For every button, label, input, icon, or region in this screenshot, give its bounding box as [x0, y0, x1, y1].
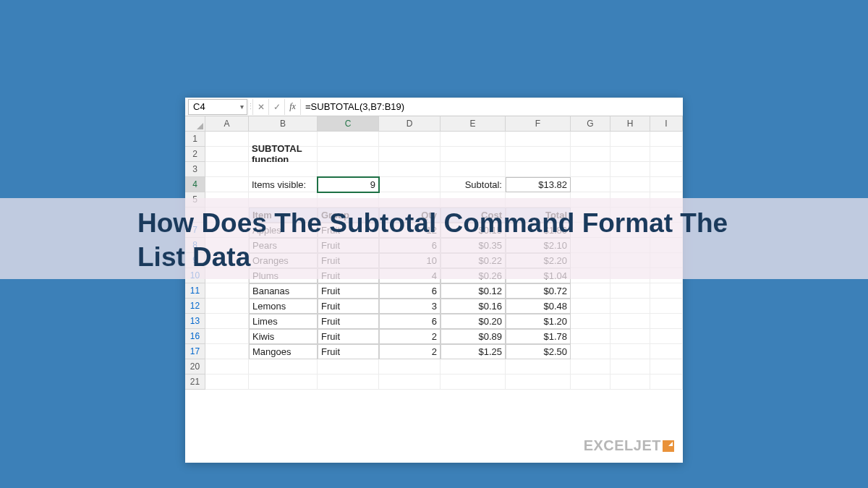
cell-F2[interactable] [506, 147, 571, 162]
cell-H12[interactable] [610, 299, 650, 314]
cell-H4[interactable] [610, 177, 650, 192]
cell-G13[interactable] [571, 314, 610, 329]
cell-I11[interactable] [650, 283, 683, 299]
cell-I13[interactable] [650, 314, 683, 329]
cell-B16[interactable]: Kiwis [249, 329, 318, 344]
column-header-I[interactable]: I [650, 116, 683, 132]
row-header-3[interactable]: 3 [185, 162, 205, 177]
cell-D4[interactable] [379, 177, 441, 192]
cell-C13[interactable]: Fruit [318, 314, 379, 329]
cell-B4[interactable]: Items visible: [249, 177, 318, 192]
column-header-A[interactable]: A [205, 116, 249, 132]
cell-G4[interactable] [571, 177, 610, 192]
column-header-H[interactable]: H [610, 116, 650, 132]
cell-H11[interactable] [610, 283, 650, 299]
cell-G16[interactable] [571, 329, 610, 344]
cell-B13[interactable]: Limes [249, 314, 318, 329]
column-header-G[interactable]: G [571, 116, 610, 132]
row-header-12[interactable]: 12 [185, 299, 205, 314]
cell-F12[interactable]: $0.48 [506, 299, 571, 314]
cell-E13[interactable]: $0.20 [441, 314, 506, 329]
column-header-F[interactable]: F [506, 116, 571, 132]
cell-F17[interactable]: $2.50 [506, 344, 571, 359]
cell-A1[interactable] [205, 132, 249, 147]
fx-icon[interactable]: fx [285, 99, 301, 115]
cell-G1[interactable] [571, 132, 610, 147]
cell-G11[interactable] [571, 283, 610, 299]
cell-C11[interactable]: Fruit [318, 283, 379, 299]
cell-H1[interactable] [610, 132, 650, 147]
cell-F4[interactable]: $13.82 [506, 177, 571, 192]
cell-F16[interactable]: $1.78 [506, 329, 571, 344]
cell-E21[interactable] [441, 374, 506, 390]
cell-H2[interactable] [610, 147, 650, 162]
row-header-4[interactable]: 4 [185, 177, 205, 192]
cell-I1[interactable] [650, 132, 683, 147]
cell-A2[interactable] [205, 147, 249, 162]
cell-G21[interactable] [571, 374, 610, 390]
cell-E1[interactable] [441, 132, 506, 147]
cell-B11[interactable]: Bananas [249, 283, 318, 299]
cell-E20[interactable] [441, 359, 506, 374]
cell-I4[interactable] [650, 177, 683, 192]
cell-I2[interactable] [650, 147, 683, 162]
cell-B20[interactable] [249, 359, 318, 374]
cell-A4[interactable] [205, 177, 249, 192]
cell-G20[interactable] [571, 359, 610, 374]
cell-A17[interactable] [205, 344, 249, 359]
cell-H21[interactable] [610, 374, 650, 390]
cell-E2[interactable] [441, 147, 506, 162]
cell-C1[interactable] [318, 132, 379, 147]
cell-H13[interactable] [610, 314, 650, 329]
cell-B2[interactable]: SUBTOTAL function [249, 147, 318, 162]
cell-C17[interactable]: Fruit [318, 344, 379, 359]
select-all-corner[interactable] [185, 116, 205, 132]
cell-I16[interactable] [650, 329, 683, 344]
row-header-1[interactable]: 1 [185, 132, 205, 147]
cell-C2[interactable] [318, 147, 379, 162]
cell-E3[interactable] [441, 162, 506, 177]
cell-E17[interactable]: $1.25 [441, 344, 506, 359]
cell-C21[interactable] [318, 374, 379, 390]
cell-E12[interactable]: $0.16 [441, 299, 506, 314]
column-header-D[interactable]: D [379, 116, 441, 132]
cell-E11[interactable]: $0.12 [441, 283, 506, 299]
cell-F20[interactable] [506, 359, 571, 374]
cell-D20[interactable] [379, 359, 441, 374]
row-header-20[interactable]: 20 [185, 359, 205, 374]
cell-B21[interactable] [249, 374, 318, 390]
cell-H17[interactable] [610, 344, 650, 359]
cell-A20[interactable] [205, 359, 249, 374]
cell-F21[interactable] [506, 374, 571, 390]
row-header-17[interactable]: 17 [185, 344, 205, 359]
row-header-13[interactable]: 13 [185, 314, 205, 329]
cell-C12[interactable]: Fruit [318, 299, 379, 314]
cell-D11[interactable]: 6 [379, 283, 441, 299]
cell-D21[interactable] [379, 374, 441, 390]
row-header-21[interactable]: 21 [185, 374, 205, 390]
cell-C16[interactable]: Fruit [318, 329, 379, 344]
cell-A16[interactable] [205, 329, 249, 344]
cell-A21[interactable] [205, 374, 249, 390]
cell-B3[interactable] [249, 162, 318, 177]
cell-A13[interactable] [205, 314, 249, 329]
cell-G3[interactable] [571, 162, 610, 177]
cancel-formula-icon[interactable]: ✕ [253, 99, 269, 115]
column-header-C[interactable]: C [318, 116, 379, 132]
row-header-2[interactable]: 2 [185, 147, 205, 162]
row-header-11[interactable]: 11 [185, 283, 205, 299]
cell-H20[interactable] [610, 359, 650, 374]
column-header-E[interactable]: E [441, 116, 506, 132]
cell-D12[interactable]: 3 [379, 299, 441, 314]
cell-I20[interactable] [650, 359, 683, 374]
cell-D17[interactable]: 2 [379, 344, 441, 359]
cell-I12[interactable] [650, 299, 683, 314]
row-header-16[interactable]: 16 [185, 329, 205, 344]
cell-F1[interactable] [506, 132, 571, 147]
cell-I21[interactable] [650, 374, 683, 390]
accept-formula-icon[interactable]: ✓ [269, 99, 285, 115]
cell-E16[interactable]: $0.89 [441, 329, 506, 344]
formula-input[interactable]: =SUBTOTAL(3,B7:B19) [301, 99, 683, 115]
cell-B12[interactable]: Lemons [249, 299, 318, 314]
cell-D1[interactable] [379, 132, 441, 147]
